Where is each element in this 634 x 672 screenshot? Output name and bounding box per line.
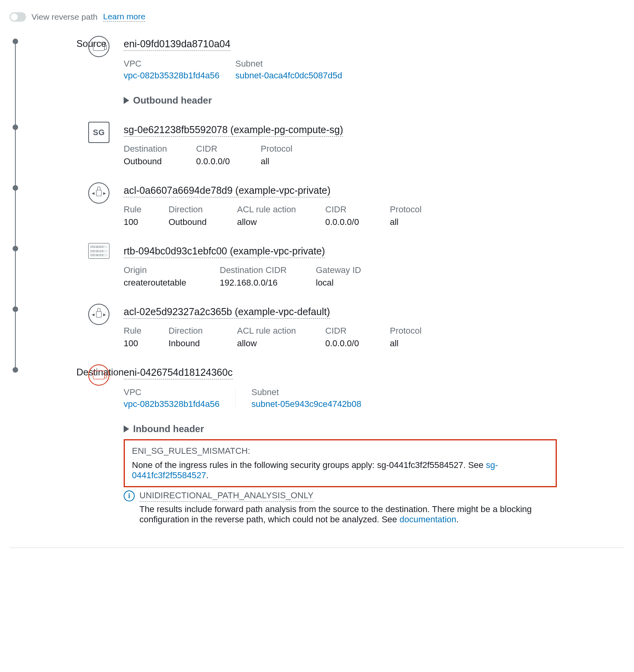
source-vpc-link[interactable]: vpc-082b35328b1fd4a56	[124, 71, 219, 80]
info-code: UNIDIRECTIONAL_PATH_ANALYSIS_ONLY	[139, 490, 313, 502]
caret-right-icon	[124, 425, 129, 433]
sg-node: sg-0e621238fb5592078 (example-pg-compute…	[124, 122, 625, 182]
node-icon-col	[88, 36, 124, 122]
eni-icon	[88, 36, 109, 57]
reverse-path-toggle[interactable]	[9, 12, 26, 22]
source-eni-id[interactable]: eni-09fd0139da8710a04	[124, 38, 230, 51]
source-node: eni-09fd0139da8710a04 VPC vpc-082b35328b…	[124, 36, 625, 122]
outbound-header-expander[interactable]: Outbound header	[124, 95, 625, 106]
outbound-header-label: Outbound header	[133, 95, 212, 106]
timeline-tick	[13, 185, 18, 191]
path-grid: Source eni-09fd0139da8710a04 VPC vpc-082…	[9, 36, 625, 532]
acl-icon: ◂▸	[88, 182, 109, 204]
subnet-label: Subnet	[235, 59, 342, 69]
security-group-icon: SG	[88, 122, 109, 143]
inbound-header-expander[interactable]: Inbound header	[124, 423, 625, 434]
route-table-icon: 172.16.0.0172.16.1.0172.16.2.0	[88, 243, 109, 259]
source-subnet-link[interactable]: subnet-0aca4fc0dc5087d5d	[235, 71, 342, 80]
acl-in-table: Rule100 DirectionInbound ACL rule action…	[124, 326, 625, 349]
info-body: The results include forward path analysi…	[139, 504, 580, 525]
destination-node: eni-0426754d18124360c VPC vpc-082b35328b…	[124, 364, 625, 532]
bottom-divider	[9, 548, 625, 548]
source-meta: VPC vpc-082b35328b1fd4a56 Subnet subnet-…	[124, 59, 625, 81]
reverse-path-label: View reverse path	[32, 12, 98, 22]
rtb-table: Origincreateroutetable Destination CIDR1…	[124, 265, 625, 288]
rtb-id[interactable]: rtb-094bc0d93c1ebfc00 (example-vpc-priva…	[124, 245, 325, 258]
sg-id[interactable]: sg-0e621238fb5592078 (example-pg-compute…	[124, 124, 343, 137]
learn-more-link[interactable]: Learn more	[103, 12, 145, 22]
eni-icon	[88, 364, 109, 386]
error-callout: ENI_SG_RULES_MISMATCH: None of the ingre…	[124, 439, 557, 487]
info-icon: i	[124, 490, 135, 501]
source-label: Source	[76, 36, 88, 122]
timeline-tick	[13, 246, 18, 251]
inbound-header-label: Inbound header	[133, 423, 204, 434]
timeline-tick	[13, 124, 18, 130]
acl-out-table: Rule100 DirectionOutbound ACL rule actio…	[124, 204, 625, 227]
rtb-node: rtb-094bc0d93c1ebfc00 (example-vpc-priva…	[124, 243, 625, 304]
acl-inbound-node: acl-02e5d92327a2c365b (example-vpc-defau…	[124, 304, 625, 364]
sg-table: DestinationOutbound CIDR0.0.0.0/0 Protoc…	[124, 144, 625, 167]
dest-vpc-link[interactable]: vpc-082b35328b1fd4a56	[124, 399, 219, 409]
dest-meta: VPC vpc-082b35328b1fd4a56 Subnet subnet-…	[124, 387, 625, 409]
timeline-tick	[13, 39, 18, 44]
acl-outbound-id[interactable]: acl-0a6607a6694de78d9 (example-vpc-priva…	[124, 185, 330, 197]
dest-subnet-link[interactable]: subnet-05e943c9ce4742b08	[251, 399, 361, 409]
destination-eni-id[interactable]: eni-0426754d18124360c	[124, 367, 233, 379]
reverse-path-row: View reverse path Learn more	[9, 12, 625, 22]
error-body: None of the ingress rules in the followi…	[132, 460, 549, 481]
caret-right-icon	[124, 97, 129, 104]
acl-outbound-node: acl-0a6607a6694de78d9 (example-vpc-priva…	[124, 182, 625, 243]
acl-inbound-id[interactable]: acl-02e5d92327a2c365b (example-vpc-defau…	[124, 306, 330, 319]
subnet-label: Subnet	[251, 387, 361, 397]
destination-label: Destination	[76, 364, 88, 532]
timeline	[9, 36, 21, 532]
timeline-tick	[13, 306, 18, 312]
info-row: i UNIDIRECTIONAL_PATH_ANALYSIS_ONLY The …	[124, 490, 625, 525]
acl-icon: ◂▸	[88, 304, 109, 325]
vpc-label: VPC	[124, 59, 219, 69]
error-code: ENI_SG_RULES_MISMATCH:	[132, 446, 549, 456]
vpc-label: VPC	[124, 387, 219, 397]
timeline-tick	[13, 367, 18, 373]
documentation-link[interactable]: documentation	[399, 514, 456, 524]
